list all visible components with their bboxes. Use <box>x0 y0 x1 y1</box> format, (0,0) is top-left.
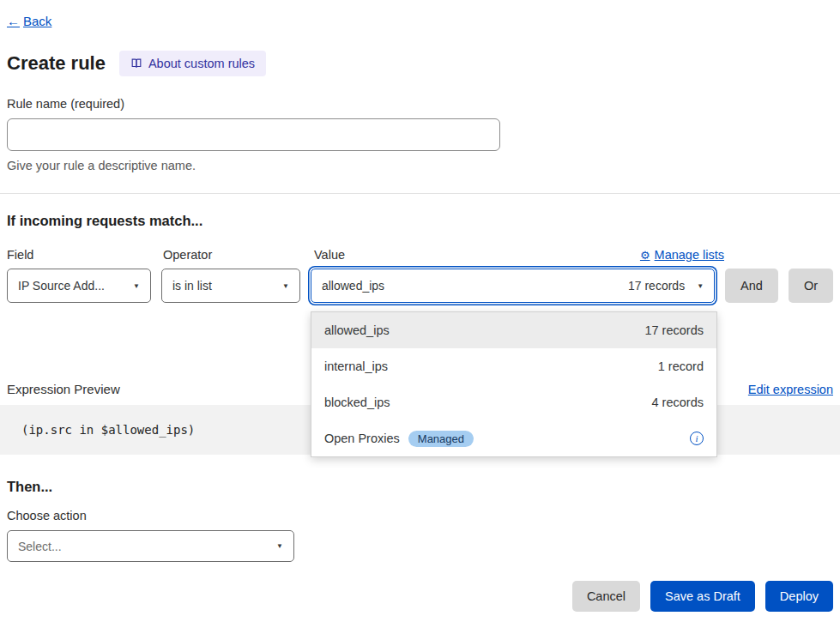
field-label: Field <box>7 248 153 262</box>
list-dropdown-menu: allowed_ips 17 records internal_ips 1 re… <box>311 311 717 457</box>
field-select-value: IP Source Add... <box>18 279 105 293</box>
operator-select-value: is in list <box>172 279 212 293</box>
match-controls-row: IP Source Add... ▼ is in list ▼ allowed_… <box>7 269 833 303</box>
and-button[interactable]: And <box>725 269 778 303</box>
back-link[interactable]: ← Back <box>7 14 51 28</box>
action-select-placeholder: Select... <box>18 540 62 553</box>
manage-lists-label: Manage lists <box>655 248 724 262</box>
rule-name-input[interactable] <box>7 118 500 151</box>
list-option-meta: 1 record <box>658 359 704 373</box>
book-icon <box>130 57 142 69</box>
list-option-internal-ips[interactable]: internal_ips 1 record <box>311 348 716 384</box>
choose-action-label: Choose action <box>7 509 833 522</box>
field-select[interactable]: IP Source Add... ▼ <box>7 269 151 303</box>
about-custom-rules-link[interactable]: About custom rules <box>119 51 266 76</box>
cancel-button[interactable]: Cancel <box>572 581 640 612</box>
action-select[interactable]: Select... ▼ <box>7 530 294 562</box>
or-button[interactable]: Or <box>789 269 833 303</box>
expression-preview-label: Expression Preview <box>7 382 120 396</box>
chevron-down-icon: ▼ <box>133 282 140 290</box>
value-select-value: allowed_ips <box>322 279 384 293</box>
list-option-meta: 4 records <box>652 395 704 409</box>
list-option-open-proxies[interactable]: Open Proxies Managed i <box>311 420 716 456</box>
info-icon[interactable]: i <box>690 432 704 445</box>
page-title: Create rule <box>7 52 106 75</box>
value-label: Value <box>314 248 345 262</box>
footer-actions: Cancel Save as Draft Deploy <box>7 581 833 612</box>
value-select[interactable]: allowed_ips 17 records ▼ <box>311 269 715 303</box>
edit-expression-link[interactable]: Edit expression <box>748 383 833 396</box>
operator-select[interactable]: is in list ▼ <box>161 269 300 303</box>
title-row: Create rule About custom rules <box>7 51 833 76</box>
operator-label: Operator <box>163 248 304 262</box>
chevron-down-icon: ▼ <box>282 282 289 290</box>
chevron-down-icon: ▼ <box>276 542 283 550</box>
list-option-name: blocked_ips <box>324 395 390 409</box>
chevron-down-icon: ▼ <box>697 282 704 290</box>
rule-name-label: Rule name (required) <box>7 97 833 111</box>
back-arrow-icon: ← <box>7 14 20 28</box>
gear-icon: ⚙ <box>640 249 650 262</box>
section-divider <box>0 193 840 194</box>
manage-lists-link[interactable]: ⚙ Manage lists <box>640 248 724 262</box>
list-option-name: internal_ips <box>324 359 388 373</box>
list-option-allowed-ips[interactable]: allowed_ips 17 records <box>311 312 716 348</box>
save-as-draft-button[interactable]: Save as Draft <box>650 581 755 612</box>
expression-code: (ip.src in $allowed_ips) <box>21 423 195 437</box>
rule-name-help: Give your rule a descriptive name. <box>7 159 833 172</box>
list-option-name: Open Proxies <box>324 432 400 445</box>
managed-badge: Managed <box>408 431 474 447</box>
match-section-heading: If incoming requests match... <box>7 213 833 229</box>
create-rule-page: ← Back Create rule About custom rules Ru… <box>0 0 840 612</box>
value-select-meta: 17 records <box>628 279 685 293</box>
list-option-name: allowed_ips <box>324 323 390 337</box>
list-option-meta: 17 records <box>644 323 704 337</box>
deploy-button[interactable]: Deploy <box>765 581 833 612</box>
then-section-heading: Then... <box>7 479 833 495</box>
about-custom-rules-label: About custom rules <box>148 57 255 70</box>
list-option-blocked-ips[interactable]: blocked_ips 4 records <box>311 384 716 420</box>
back-label: Back <box>23 14 51 28</box>
match-labels-row: Field Operator Value ⚙ Manage lists <box>7 248 833 262</box>
value-select-wrap: allowed_ips 17 records ▼ allowed_ips 17 … <box>311 269 715 303</box>
